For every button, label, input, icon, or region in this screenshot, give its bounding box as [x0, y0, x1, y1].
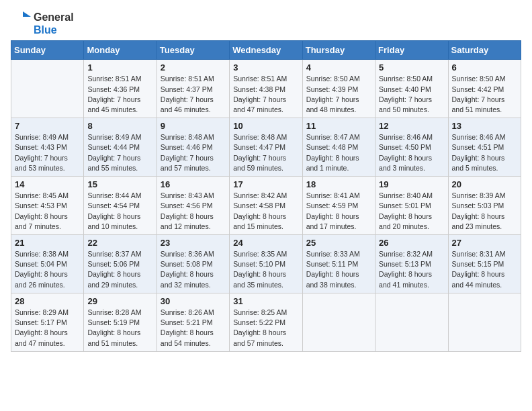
day-info: Sunrise: 8:29 AMSunset: 5:17 PMDaylight:…: [15, 308, 80, 349]
weekday-header-row: SundayMondayTuesdayWednesdayThursdayFrid…: [11, 41, 521, 60]
day-number: 1: [87, 62, 152, 73]
day-number: 22: [87, 238, 152, 248]
day-number: 2: [161, 62, 226, 73]
day-number: 18: [306, 179, 371, 189]
day-number: 10: [233, 121, 298, 131]
calendar-cell: 20Sunrise: 8:39 AMSunset: 5:03 PMDayligh…: [448, 177, 521, 235]
calendar-cell: 1Sunrise: 8:51 AMSunset: 4:36 PMDaylight…: [84, 60, 157, 118]
day-number: 3: [233, 62, 298, 73]
day-number: 14: [15, 179, 80, 189]
day-number: 30: [161, 296, 226, 306]
logo-text-general: General: [34, 11, 74, 24]
day-number: 31: [233, 296, 298, 306]
day-info: Sunrise: 8:50 AMSunset: 4:40 PMDaylight:…: [379, 74, 444, 115]
day-number: 5: [379, 62, 444, 73]
day-number: 24: [233, 238, 298, 248]
calendar-cell: 4Sunrise: 8:50 AMSunset: 4:39 PMDaylight…: [302, 60, 375, 118]
weekday-header-friday: Friday: [375, 41, 448, 60]
calendar-cell: 18Sunrise: 8:41 AMSunset: 4:59 PMDayligh…: [302, 177, 375, 235]
day-info: Sunrise: 8:50 AMSunset: 4:42 PMDaylight:…: [452, 74, 517, 115]
day-number: 26: [379, 238, 444, 248]
day-info: Sunrise: 8:47 AMSunset: 4:48 PMDaylight:…: [306, 132, 371, 173]
calendar-cell: [448, 293, 521, 351]
day-number: 4: [306, 62, 371, 73]
day-number: 13: [452, 121, 517, 131]
calendar-cell: 30Sunrise: 8:26 AMSunset: 5:21 PMDayligh…: [157, 293, 229, 351]
page-header: GeneralBlue: [11, 11, 521, 36]
calendar-cell: 6Sunrise: 8:50 AMSunset: 4:42 PMDaylight…: [448, 60, 521, 118]
day-number: 12: [379, 121, 444, 131]
calendar-cell: 24Sunrise: 8:35 AMSunset: 5:10 PMDayligh…: [230, 235, 302, 293]
weekday-header-monday: Monday: [84, 41, 157, 60]
day-info: Sunrise: 8:28 AMSunset: 5:19 PMDaylight:…: [87, 308, 152, 349]
day-number: 21: [15, 238, 80, 248]
day-info: Sunrise: 8:25 AMSunset: 5:22 PMDaylight:…: [233, 308, 298, 349]
calendar-cell: 17Sunrise: 8:42 AMSunset: 4:58 PMDayligh…: [230, 177, 302, 235]
calendar-cell: 9Sunrise: 8:48 AMSunset: 4:46 PMDaylight…: [157, 118, 229, 177]
calendar-week-row: 28Sunrise: 8:29 AMSunset: 5:17 PMDayligh…: [11, 293, 521, 351]
calendar-table: SundayMondayTuesdayWednesdayThursdayFrid…: [11, 40, 521, 351]
day-info: Sunrise: 8:35 AMSunset: 5:10 PMDaylight:…: [233, 249, 298, 290]
day-info: Sunrise: 8:50 AMSunset: 4:39 PMDaylight:…: [306, 74, 371, 115]
day-info: Sunrise: 8:42 AMSunset: 4:58 PMDaylight:…: [233, 191, 298, 232]
day-number: 16: [161, 179, 226, 189]
day-number: 6: [452, 62, 517, 73]
calendar-cell: 27Sunrise: 8:31 AMSunset: 5:15 PMDayligh…: [448, 235, 521, 293]
day-number: 15: [87, 179, 152, 189]
day-info: Sunrise: 8:26 AMSunset: 5:21 PMDaylight:…: [161, 308, 226, 349]
calendar-week-row: 1Sunrise: 8:51 AMSunset: 4:36 PMDaylight…: [11, 60, 521, 118]
day-info: Sunrise: 8:46 AMSunset: 4:50 PMDaylight:…: [379, 132, 444, 173]
logo-text-blue: Blue: [34, 24, 74, 36]
calendar-cell: 15Sunrise: 8:44 AMSunset: 4:54 PMDayligh…: [84, 177, 157, 235]
calendar-week-row: 7Sunrise: 8:49 AMSunset: 4:43 PMDaylight…: [11, 118, 521, 177]
calendar-cell: 10Sunrise: 8:48 AMSunset: 4:47 PMDayligh…: [230, 118, 302, 177]
day-info: Sunrise: 8:31 AMSunset: 5:15 PMDaylight:…: [452, 249, 517, 290]
calendar-cell: 31Sunrise: 8:25 AMSunset: 5:22 PMDayligh…: [230, 293, 302, 351]
day-info: Sunrise: 8:49 AMSunset: 4:44 PMDaylight:…: [87, 132, 152, 173]
day-info: Sunrise: 8:38 AMSunset: 5:04 PMDaylight:…: [15, 249, 80, 290]
calendar-cell: 28Sunrise: 8:29 AMSunset: 5:17 PMDayligh…: [11, 293, 84, 351]
day-number: 17: [233, 179, 298, 189]
calendar-cell: 12Sunrise: 8:46 AMSunset: 4:50 PMDayligh…: [375, 118, 448, 177]
day-number: 25: [306, 238, 371, 248]
day-info: Sunrise: 8:51 AMSunset: 4:37 PMDaylight:…: [161, 74, 226, 115]
day-number: 27: [452, 238, 517, 248]
weekday-header-sunday: Sunday: [11, 41, 84, 60]
day-info: Sunrise: 8:51 AMSunset: 4:38 PMDaylight:…: [233, 74, 298, 115]
calendar-cell: 23Sunrise: 8:36 AMSunset: 5:08 PMDayligh…: [157, 235, 229, 293]
day-info: Sunrise: 8:33 AMSunset: 5:11 PMDaylight:…: [306, 249, 371, 290]
day-info: Sunrise: 8:48 AMSunset: 4:46 PMDaylight:…: [161, 132, 226, 173]
day-number: 8: [87, 121, 152, 131]
calendar-cell: [375, 293, 448, 351]
logo: GeneralBlue: [11, 11, 74, 36]
logo-svg-icon: [11, 11, 31, 36]
day-info: Sunrise: 8:41 AMSunset: 4:59 PMDaylight:…: [306, 191, 371, 232]
day-info: Sunrise: 8:43 AMSunset: 4:56 PMDaylight:…: [161, 191, 226, 232]
weekday-header-tuesday: Tuesday: [157, 41, 229, 60]
weekday-header-wednesday: Wednesday: [230, 41, 302, 60]
day-number: 11: [306, 121, 371, 131]
calendar-cell: 26Sunrise: 8:32 AMSunset: 5:13 PMDayligh…: [375, 235, 448, 293]
calendar-cell: 8Sunrise: 8:49 AMSunset: 4:44 PMDaylight…: [84, 118, 157, 177]
svg-marker-0: [23, 11, 31, 17]
calendar-cell: [302, 293, 375, 351]
day-info: Sunrise: 8:44 AMSunset: 4:54 PMDaylight:…: [87, 191, 152, 232]
calendar-cell: 25Sunrise: 8:33 AMSunset: 5:11 PMDayligh…: [302, 235, 375, 293]
calendar-cell: 3Sunrise: 8:51 AMSunset: 4:38 PMDaylight…: [230, 60, 302, 118]
day-number: 28: [15, 296, 80, 306]
day-info: Sunrise: 8:39 AMSunset: 5:03 PMDaylight:…: [452, 191, 517, 232]
calendar-cell: 5Sunrise: 8:50 AMSunset: 4:40 PMDaylight…: [375, 60, 448, 118]
calendar-cell: 29Sunrise: 8:28 AMSunset: 5:19 PMDayligh…: [84, 293, 157, 351]
calendar-cell: 2Sunrise: 8:51 AMSunset: 4:37 PMDaylight…: [157, 60, 229, 118]
weekday-header-thursday: Thursday: [302, 41, 375, 60]
day-info: Sunrise: 8:49 AMSunset: 4:43 PMDaylight:…: [15, 132, 80, 173]
day-info: Sunrise: 8:45 AMSunset: 4:53 PMDaylight:…: [15, 191, 80, 232]
day-number: 29: [87, 296, 152, 306]
calendar-week-row: 14Sunrise: 8:45 AMSunset: 4:53 PMDayligh…: [11, 177, 521, 235]
day-info: Sunrise: 8:48 AMSunset: 4:47 PMDaylight:…: [233, 132, 298, 173]
day-number: 19: [379, 179, 444, 189]
day-number: 7: [15, 121, 80, 131]
calendar-cell: 21Sunrise: 8:38 AMSunset: 5:04 PMDayligh…: [11, 235, 84, 293]
day-info: Sunrise: 8:37 AMSunset: 5:06 PMDaylight:…: [87, 249, 152, 290]
day-info: Sunrise: 8:40 AMSunset: 5:01 PMDaylight:…: [379, 191, 444, 232]
